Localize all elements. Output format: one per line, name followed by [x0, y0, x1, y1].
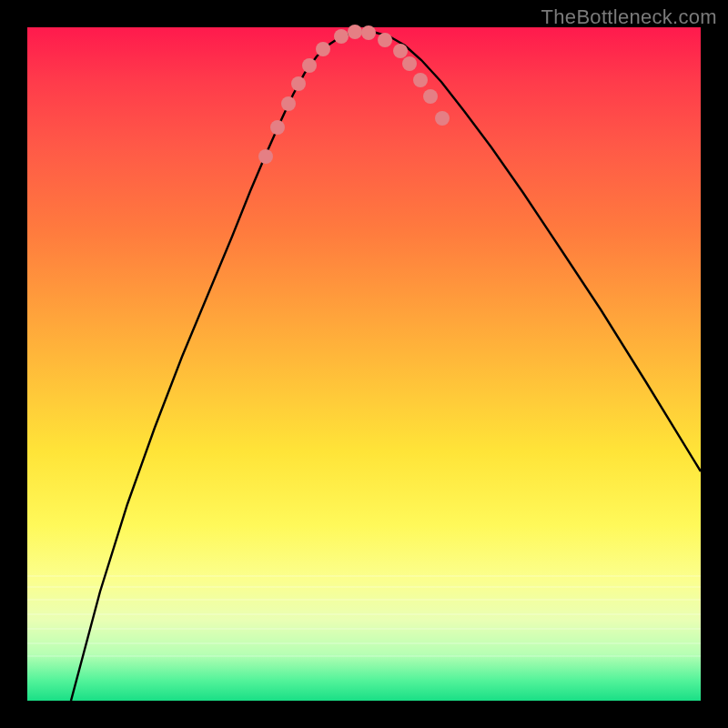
- data-point: [402, 56, 417, 71]
- data-point: [378, 33, 392, 47]
- chart-frame: TheBottleneck.com: [0, 0, 728, 728]
- data-point-markers: [258, 25, 450, 164]
- data-point: [270, 120, 285, 135]
- bottleneck-curve: [71, 32, 701, 701]
- data-point: [302, 58, 317, 73]
- data-point: [258, 149, 273, 164]
- data-point: [393, 44, 408, 58]
- data-point: [291, 76, 306, 91]
- data-point: [316, 42, 330, 56]
- data-point: [281, 96, 296, 111]
- data-point: [435, 111, 450, 126]
- data-point: [334, 29, 349, 44]
- data-point: [423, 89, 438, 104]
- watermark-text: TheBottleneck.com: [541, 5, 717, 29]
- curve-svg: [27, 27, 701, 701]
- plot-area: [27, 27, 701, 701]
- data-point: [348, 25, 362, 39]
- data-point: [361, 25, 376, 40]
- data-point: [413, 73, 428, 87]
